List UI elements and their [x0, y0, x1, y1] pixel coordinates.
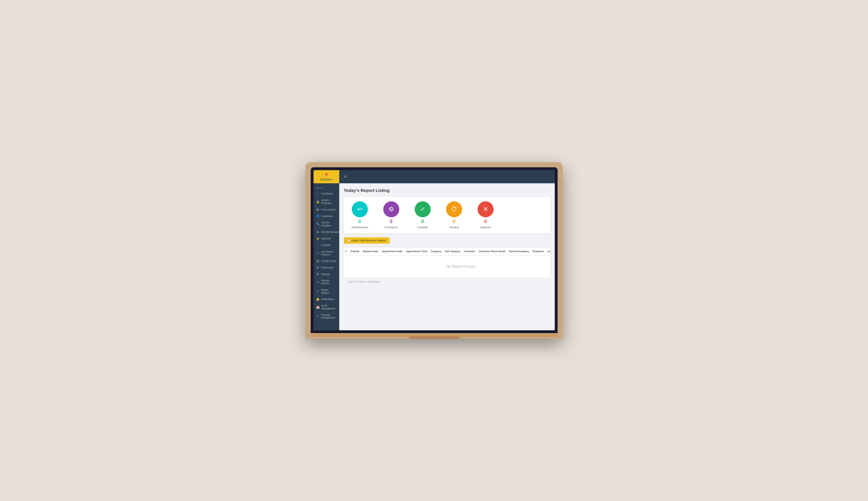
stat-in-progress: ⚙ 0 In Progress — [380, 201, 403, 229]
col-partner-company: Partner/Company — [507, 248, 531, 255]
sidebar-item-settings[interactable]: ⚙ Settings — [314, 271, 339, 277]
col-sub-category: Sub Category — [443, 248, 462, 255]
sidebar-label-approval: Approval — [321, 237, 331, 240]
sell-device-icon: ☐ — [316, 251, 320, 255]
sidebar-label-products: Products — [321, 244, 331, 246]
dashboard-icon: ⌂ — [316, 192, 320, 195]
laptop-base — [311, 333, 557, 337]
sidebar-label-ratings-reason: Ratings Reason — [321, 279, 337, 285]
sidebar-item-ratings-reason[interactable]: ⊙ Ratings Reason — [314, 277, 339, 287]
in-progress-icon: ⚙ — [388, 206, 394, 213]
sidebar: MENU ⌂ Dashboard 🔒 Admin's Employee ▤ Fo… — [314, 183, 339, 330]
sidebar-label-trouble-ticket: Trouble Ticket — [321, 260, 336, 263]
sidebar-item-notifications[interactable]: 🔔 Notifications — [314, 296, 339, 302]
col-hash: # — [344, 248, 349, 255]
sidebar-item-products[interactable]: ⁙ Products — [314, 242, 339, 248]
sidebar-item-trouble-ticket[interactable]: ▤ Trouble Ticket — [314, 258, 339, 264]
stat-label-total-received: Total Received — [351, 226, 368, 229]
logo-text: CityServ — [320, 178, 333, 181]
stats-card: ↩ 0 Total Received ⚙ 0 In Progress — [344, 197, 550, 233]
col-amount: Amount — [546, 248, 550, 255]
sidebar-item-service-category[interactable]: ⊞ Service(Category) — [314, 229, 339, 235]
col-request-date: Request Date — [361, 248, 380, 255]
stat-count-in-progress: 0 — [390, 219, 392, 224]
hamburger-menu[interactable]: ≡ — [344, 174, 346, 179]
sidebar-label-admin: Admin's Employee — [321, 199, 337, 204]
products-icon: ⁙ — [316, 244, 320, 247]
table-header: # OrderID Request Date Appointment Date … — [344, 248, 550, 255]
col-customer: Customer — [462, 248, 477, 255]
sidebar-label-settings: Settings — [321, 273, 330, 276]
stat-circle-rejected: ✕ — [478, 201, 493, 217]
logo[interactable]: 📍 CityServ — [314, 170, 339, 183]
footer: 2019 © CityServ Application. — [344, 277, 550, 286]
export-icon: 📋 — [347, 239, 350, 242]
sidebar-item-approval[interactable]: ⚡ Approval — [314, 235, 339, 242]
settings-icon: ⚙ — [316, 273, 320, 276]
content-area: Today's Report Listing ↩ 0 Total Receive… — [339, 183, 555, 330]
sidebar-item-service-providers[interactable]: 🔧 Service Providers — [314, 219, 339, 228]
no-data-text: No Report Found — [344, 255, 550, 277]
sidebar-item-dashboard[interactable]: ⌂ Dashboard — [314, 190, 339, 197]
stat-circle-total-received: ↩ — [352, 201, 368, 217]
form-control-icon: ▤ — [316, 208, 320, 211]
table-body: No Report Found — [344, 255, 550, 277]
order-management-icon: 📅 — [316, 306, 320, 309]
report-table-container: # OrderID Request Date Appointment Date … — [344, 248, 550, 277]
stat-label-rejected: Rejected — [480, 226, 491, 229]
stat-pending: ⏱ 0 Pending — [443, 201, 466, 229]
laptop-stand — [409, 337, 460, 339]
stats-row: ↩ 0 Total Received ⚙ 0 In Progress — [348, 201, 546, 229]
col-category: Category — [429, 248, 443, 255]
col-employee: Employee — [531, 248, 546, 255]
menu-label: MENU — [314, 185, 339, 190]
sidebar-item-admin-employee[interactable]: 🔒 Admin's Employee — [314, 197, 339, 206]
sidebar-label-service-providers: Service Providers — [321, 221, 337, 227]
stat-label-pending: Pending — [449, 226, 459, 229]
rejected-icon: ✕ — [483, 206, 488, 213]
sidebar-item-customers[interactable]: 👤 Customers — [314, 213, 339, 219]
sidebar-item-reject-reason[interactable]: ⊙ Reject Reason — [314, 287, 339, 296]
stat-total-received: ↩ 0 Total Received — [348, 201, 371, 229]
sidebar-item-order-management[interactable]: 📅 Order Management — [314, 302, 339, 312]
stat-circle-complete: ✓ — [415, 201, 431, 217]
sidebar-item-form-control[interactable]: ▤ Form-Control — [314, 206, 339, 213]
logo-icon: 📍 — [324, 173, 329, 178]
sidebar-label-service-category: Service(Category) — [321, 231, 339, 233]
stat-label-complete: Complete — [417, 226, 428, 229]
sidebar-item-promocode[interactable]: ⚙ Promocode — [314, 264, 339, 271]
export-button-label: Export Total Received Reports — [351, 239, 386, 242]
sidebar-item-package-management[interactable]: ↻ Package Management — [314, 312, 339, 321]
ratings-reason-icon: ⊙ — [316, 280, 320, 284]
sidebar-label-package-management: Package Management — [321, 313, 337, 319]
no-data-row: No Report Found — [344, 255, 550, 277]
reject-reason-icon: ⊙ — [316, 290, 320, 293]
sidebar-label-order-management: Order Management — [321, 304, 337, 310]
sidebar-item-sell-device[interactable]: ☐ Sell Device Request — [314, 248, 339, 258]
customers-icon: 👤 — [316, 214, 320, 217]
stat-circle-in-progress: ⚙ — [383, 201, 399, 217]
sidebar-label-reject-reason: Reject Reason — [321, 289, 337, 294]
sidebar-label-dashboard: Dashboard — [321, 192, 333, 195]
notifications-icon: 🔔 — [316, 298, 320, 301]
col-customer-phone-email: Customer Phone-Email — [477, 248, 507, 255]
stat-count-complete: 0 — [421, 219, 424, 224]
col-appointment-time: Appointment Time — [404, 248, 429, 255]
export-button[interactable]: 📋 Export Total Received Reports — [344, 237, 390, 244]
stat-count-pending: 0 — [453, 219, 455, 224]
page-title: Today's Report Listing — [344, 188, 550, 193]
pending-icon: ⏱ — [451, 206, 457, 213]
stat-complete: ✓ 0 Complete — [411, 201, 434, 229]
stat-count-rejected: 0 — [484, 219, 487, 224]
sidebar-label-promocode: Promocode — [321, 266, 334, 269]
topbar: 📍 CityServ ≡ — [314, 170, 555, 183]
approval-icon: ⚡ — [316, 237, 320, 240]
sidebar-label-notifications: Notifications — [321, 298, 334, 300]
report-table: # OrderID Request Date Appointment Date … — [344, 248, 550, 277]
stat-rejected: ✕ 0 Rejected — [474, 201, 497, 229]
service-providers-icon: 🔧 — [316, 223, 320, 226]
trouble-ticket-icon: ▤ — [316, 259, 320, 263]
admin-employee-icon: 🔒 — [316, 200, 320, 203]
stat-circle-pending: ⏱ — [446, 201, 462, 217]
col-order-id: OrderID — [348, 248, 361, 255]
